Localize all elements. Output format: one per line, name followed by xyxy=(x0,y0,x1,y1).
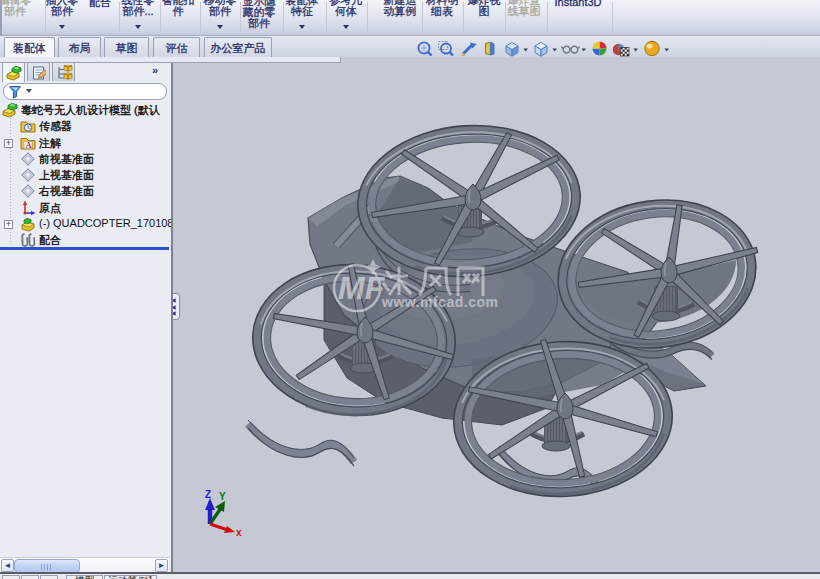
svg-text:MF: MF xyxy=(338,270,386,306)
svg-text:Z: Z xyxy=(205,489,211,500)
svg-text:x: x xyxy=(236,527,242,538)
svg-text:Y: Y xyxy=(219,491,226,502)
svg-text:www.mfcad.com: www.mfcad.com xyxy=(381,294,498,310)
svg-text:A: A xyxy=(26,140,33,150)
